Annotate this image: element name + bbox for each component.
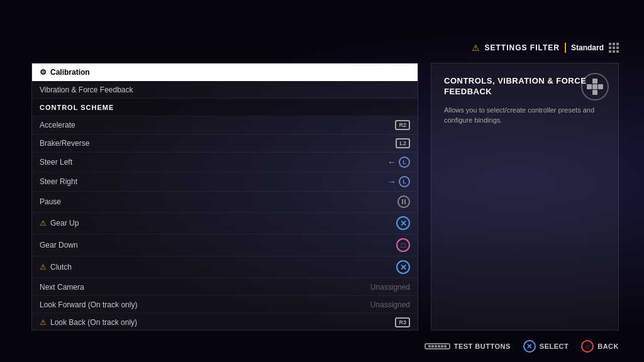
dpad-icon: [587, 79, 603, 95]
section-header-label: CONTROL SCHEME: [40, 104, 114, 111]
steer-left-binding: ← L: [387, 156, 410, 168]
next-camera-item[interactable]: Next Camera Unassigned: [32, 278, 418, 296]
bottom-bar: TEST BUTTONS ✕ SELECT ○ BACK: [425, 340, 619, 353]
select-action[interactable]: ✕ SELECT: [523, 340, 569, 353]
x-select-icon: ✕: [523, 340, 536, 353]
accelerate-binding: R2: [395, 120, 410, 130]
next-camera-binding: Unassigned: [370, 283, 410, 292]
next-camera-unassigned: Unassigned: [370, 283, 410, 292]
accelerate-item[interactable]: Accelerate R2: [32, 116, 418, 134]
clutch-x-button-icon: ✕: [396, 260, 410, 274]
test-buttons-label: TEST BUTTONS: [454, 343, 511, 350]
test-buttons-action[interactable]: TEST BUTTONS: [425, 343, 511, 350]
select-label: SELECT: [540, 343, 569, 350]
look-back-warning-icon: ⚠: [40, 318, 47, 327]
left-arrow-icon: ←: [387, 157, 396, 167]
gear-up-label: ⚠ Gear Up: [40, 219, 79, 228]
steer-left-label: Steer Left: [40, 158, 72, 167]
brake-label: Brake/Reverse: [40, 139, 89, 148]
settings-filter-label: SETTINGS FILTER: [485, 43, 560, 52]
grid-icon[interactable]: [609, 43, 619, 53]
warning-triangle-icon: ⚠: [472, 43, 480, 53]
right-arrow-icon: →: [387, 177, 396, 187]
control-list-panel: ⚙ Calibration Vibration & Force Feedback…: [31, 63, 418, 331]
gear-down-binding: □: [396, 238, 410, 252]
clutch-warning-icon: ⚠: [40, 263, 47, 272]
gear-up-item[interactable]: ⚠ Gear Up ✕: [32, 212, 418, 234]
look-forward-binding: Unassigned: [370, 300, 410, 309]
main-content: ⚙ Calibration Vibration & Force Feedback…: [31, 63, 619, 331]
pause-label: Pause: [40, 197, 61, 206]
pause-button-icon: [397, 195, 410, 208]
controller-icon: [581, 73, 609, 101]
look-forward-unassigned: Unassigned: [370, 300, 410, 309]
pause-item[interactable]: Pause: [32, 192, 418, 212]
vibration-label: Vibration & Force Feedback: [40, 85, 133, 94]
gear-down-label: Gear Down: [40, 241, 78, 250]
steer-right-item[interactable]: Steer Right → L: [32, 172, 418, 192]
calibration-label: ⚙ Calibration: [40, 68, 90, 77]
calibration-item[interactable]: ⚙ Calibration: [32, 63, 418, 81]
look-back-item[interactable]: ⚠ Look Back (On track only) R3: [32, 314, 418, 331]
circle-back-icon: ○: [581, 340, 594, 353]
gear-down-item[interactable]: Gear Down □: [32, 234, 418, 256]
filter-divider: [565, 43, 566, 53]
r2-button: R2: [395, 120, 410, 130]
info-panel: CONTROLS, VIBRATION & FORCE FEEDBACK All…: [431, 63, 619, 331]
gear-up-binding: ✕: [396, 216, 410, 230]
steer-right-binding: → L: [387, 176, 410, 187]
vibration-item[interactable]: Vibration & Force Feedback: [32, 81, 418, 99]
calibration-icon: ⚙: [40, 68, 47, 77]
look-back-binding: R3: [395, 317, 410, 327]
accelerate-label: Accelerate: [40, 121, 75, 129]
brake-binding: L2: [396, 138, 410, 148]
gear-up-warning-icon: ⚠: [40, 219, 47, 228]
pause-binding: [397, 195, 410, 208]
look-back-label: ⚠ Look Back (On track only): [40, 318, 137, 327]
steer-left-item[interactable]: Steer Left ← L: [32, 153, 418, 172]
settings-filter-value: Standard: [571, 43, 604, 52]
r3-button: R3: [395, 317, 410, 327]
brake-item[interactable]: Brake/Reverse L2: [32, 134, 418, 153]
clutch-binding: ✕: [396, 260, 410, 274]
back-action[interactable]: ○ BACK: [581, 340, 619, 353]
clutch-label: ⚠ Clutch: [40, 263, 72, 272]
look-forward-label: Look Forward (On track only): [40, 300, 137, 309]
back-label: BACK: [597, 343, 619, 350]
left-stick-icon: L: [399, 156, 410, 168]
next-camera-label: Next Camera: [40, 283, 84, 292]
settings-filter: ⚠ SETTINGS FILTER Standard: [472, 43, 619, 53]
right-stick-icon: L: [399, 176, 410, 187]
control-scheme-header: CONTROL SCHEME: [32, 99, 418, 116]
l2-button: L2: [396, 138, 410, 148]
square-button-icon: □: [396, 238, 410, 252]
clutch-item[interactable]: ⚠ Clutch ✕: [32, 256, 418, 278]
info-description: Allows you to select/create controller p…: [444, 105, 606, 126]
steer-right-label: Steer Right: [40, 177, 77, 186]
keyboard-icon: [425, 343, 450, 349]
x-button-icon: ✕: [396, 216, 410, 230]
look-forward-item[interactable]: Look Forward (On track only) Unassigned: [32, 296, 418, 314]
